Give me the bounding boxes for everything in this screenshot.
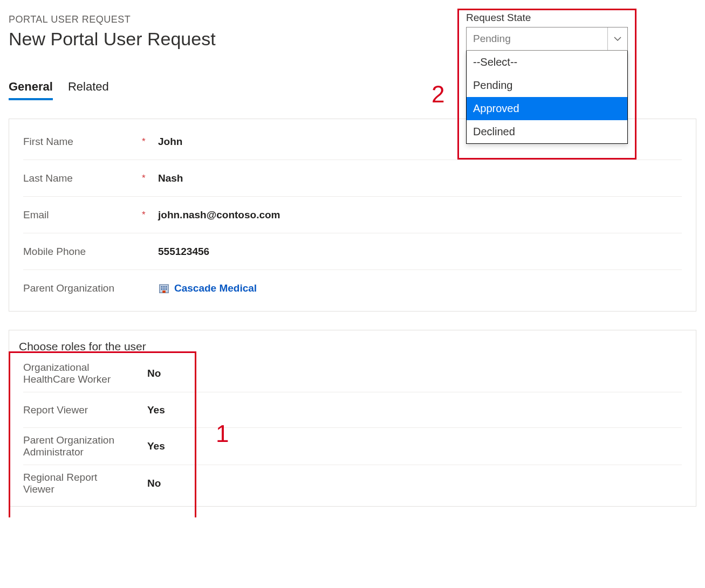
required-marker: *	[142, 173, 158, 184]
role-value: Yes	[147, 440, 165, 452]
required-marker: *	[142, 210, 158, 220]
label-email: Email	[23, 200, 142, 230]
chevron-down-icon	[607, 27, 622, 50]
request-state-label: Request State	[466, 12, 628, 24]
request-state-option-approved[interactable]: Approved	[467, 97, 627, 120]
request-state-dropdown: --Select-- Pending Approved Declined	[466, 51, 628, 144]
svg-rect-7	[162, 290, 166, 293]
svg-rect-6	[166, 288, 167, 290]
field-last-name[interactable]: Last Name * Nash	[23, 160, 682, 197]
request-state-panel: Request State Pending --Select-- Pending…	[466, 12, 628, 144]
value-parent-org: Cascade Medical	[174, 282, 257, 294]
section-roles: Choose roles for the user Organizational…	[9, 330, 696, 507]
svg-rect-1	[161, 286, 163, 288]
role-row-regional-report-viewer[interactable]: Regional Report Viewer No	[23, 465, 682, 502]
building-icon	[158, 282, 170, 294]
role-value: Yes	[147, 404, 165, 416]
label-last-name: Last Name	[23, 164, 142, 193]
request-state-option-pending[interactable]: Pending	[467, 74, 627, 97]
role-label: Parent Organization Administrator	[23, 428, 131, 465]
request-state-select[interactable]: Pending	[466, 27, 628, 51]
role-row-report-viewer[interactable]: Report Viewer Yes	[23, 392, 682, 428]
request-state-selected-value: Pending	[473, 33, 511, 45]
svg-rect-5	[163, 288, 165, 290]
label-parent-org: Parent Organization	[23, 274, 142, 303]
value-mobile-phone: 555123456	[158, 246, 209, 258]
svg-rect-3	[166, 286, 167, 288]
svg-rect-4	[161, 288, 163, 290]
roles-section-title: Choose roles for the user	[9, 335, 696, 355]
tab-general[interactable]: General	[9, 80, 53, 100]
role-label: Organizational HealthCare Worker	[23, 355, 131, 392]
role-label: Report Viewer	[23, 398, 131, 423]
field-email[interactable]: Email * john.nash@contoso.com	[23, 197, 682, 233]
value-email: john.nash@contoso.com	[158, 209, 280, 221]
request-state-option-declined[interactable]: Declined	[467, 120, 627, 143]
role-value: No	[147, 478, 161, 489]
link-parent-org[interactable]: Cascade Medical	[158, 282, 257, 294]
field-parent-org[interactable]: Parent Organization Cascade Medical	[23, 270, 682, 307]
role-value: No	[147, 368, 161, 379]
svg-rect-2	[163, 286, 165, 288]
required-marker: *	[142, 136, 158, 147]
request-state-option-select[interactable]: --Select--	[467, 51, 627, 74]
label-first-name: First Name	[23, 127, 142, 156]
section-general: First Name * John Last Name * Nash Email…	[9, 119, 696, 312]
field-mobile-phone[interactable]: Mobile Phone 555123456	[23, 233, 682, 270]
role-row-parent-org-admin[interactable]: Parent Organization Administrator Yes	[23, 428, 682, 465]
value-first-name: John	[158, 136, 182, 148]
annotation-number-2: 2	[432, 81, 444, 108]
tab-related[interactable]: Related	[68, 80, 109, 100]
role-label: Regional Report Viewer	[23, 465, 131, 502]
value-last-name: Nash	[158, 172, 183, 184]
role-row-org-healthcare-worker[interactable]: Organizational HealthCare Worker No	[23, 355, 682, 392]
annotation-number-1: 1	[216, 420, 229, 447]
label-mobile-phone: Mobile Phone	[23, 237, 142, 266]
